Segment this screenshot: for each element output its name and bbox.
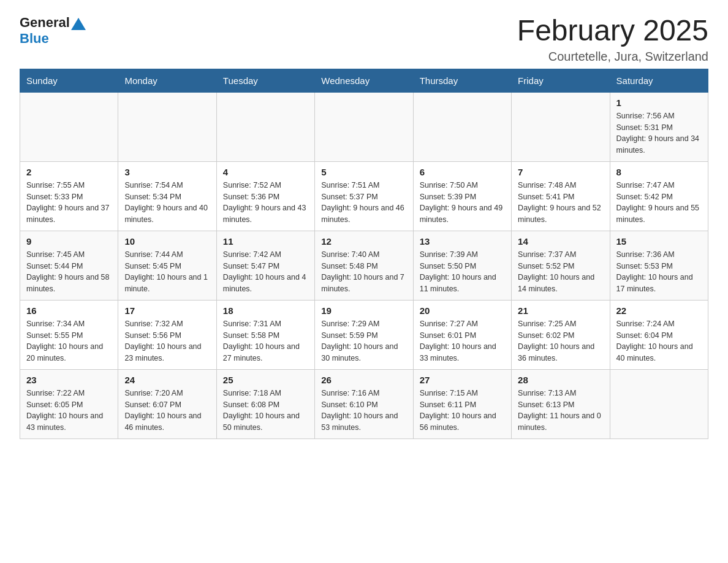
calendar-cell: 24Sunrise: 7:20 AMSunset: 6:07 PMDayligh… <box>118 369 216 439</box>
calendar-cell: 3Sunrise: 7:54 AMSunset: 5:34 PMDaylight… <box>118 161 216 231</box>
calendar-cell: 10Sunrise: 7:44 AMSunset: 5:45 PMDayligh… <box>118 231 216 300</box>
day-number: 19 <box>321 305 406 316</box>
day-number: 17 <box>124 305 210 316</box>
weekday-header-monday: Monday <box>118 69 216 92</box>
day-number: 23 <box>26 375 112 385</box>
day-info: Sunrise: 7:25 AMSunset: 6:02 PMDaylight:… <box>518 318 603 364</box>
calendar-cell <box>610 369 708 439</box>
calendar-cell: 11Sunrise: 7:42 AMSunset: 5:47 PMDayligh… <box>216 231 314 300</box>
day-info: Sunrise: 7:54 AMSunset: 5:34 PMDaylight:… <box>124 180 210 226</box>
day-number: 1 <box>616 98 702 108</box>
calendar-table: SundayMondayTuesdayWednesdayThursdayFrid… <box>20 69 708 439</box>
calendar-cell: 14Sunrise: 7:37 AMSunset: 5:52 PMDayligh… <box>512 231 610 300</box>
calendar-cell: 19Sunrise: 7:29 AMSunset: 5:59 PMDayligh… <box>315 300 413 369</box>
calendar-cell: 2Sunrise: 7:55 AMSunset: 5:33 PMDaylight… <box>20 161 118 231</box>
day-number: 25 <box>223 375 308 385</box>
day-info: Sunrise: 7:44 AMSunset: 5:45 PMDaylight:… <box>124 249 210 295</box>
day-number: 5 <box>321 167 406 177</box>
day-info: Sunrise: 7:29 AMSunset: 5:59 PMDaylight:… <box>321 318 406 364</box>
weekday-header-tuesday: Tuesday <box>216 69 314 92</box>
day-number: 11 <box>223 236 308 247</box>
calendar-cell: 12Sunrise: 7:40 AMSunset: 5:48 PMDayligh… <box>315 231 413 300</box>
day-number: 10 <box>124 236 210 247</box>
day-info: Sunrise: 7:56 AMSunset: 5:31 PMDaylight:… <box>616 110 702 156</box>
calendar-cell: 22Sunrise: 7:24 AMSunset: 6:04 PMDayligh… <box>610 300 708 369</box>
day-number: 27 <box>420 375 505 385</box>
calendar-cell: 5Sunrise: 7:51 AMSunset: 5:37 PMDaylight… <box>315 161 413 231</box>
day-number: 9 <box>26 236 112 247</box>
day-number: 18 <box>223 305 308 316</box>
calendar-cell <box>20 92 118 161</box>
calendar-cell: 9Sunrise: 7:45 AMSunset: 5:44 PMDaylight… <box>20 231 118 300</box>
weekday-header-sunday: Sunday <box>20 69 118 92</box>
day-number: 6 <box>420 167 505 177</box>
calendar-cell: 8Sunrise: 7:47 AMSunset: 5:42 PMDaylight… <box>610 161 708 231</box>
day-info: Sunrise: 7:20 AMSunset: 6:07 PMDaylight:… <box>124 388 210 434</box>
calendar-week-row: 1Sunrise: 7:56 AMSunset: 5:31 PMDaylight… <box>20 92 708 161</box>
calendar-cell: 26Sunrise: 7:16 AMSunset: 6:10 PMDayligh… <box>315 369 413 439</box>
day-number: 20 <box>420 305 505 316</box>
day-info: Sunrise: 7:50 AMSunset: 5:39 PMDaylight:… <box>420 180 505 226</box>
day-number: 21 <box>518 305 603 316</box>
day-number: 24 <box>124 375 210 385</box>
logo: General Blue <box>20 15 86 47</box>
day-info: Sunrise: 7:36 AMSunset: 5:53 PMDaylight:… <box>616 249 702 295</box>
day-info: Sunrise: 7:37 AMSunset: 5:52 PMDaylight:… <box>518 249 603 295</box>
day-info: Sunrise: 7:55 AMSunset: 5:33 PMDaylight:… <box>26 180 112 226</box>
month-title: February 2025 <box>517 15 708 47</box>
title-block: February 2025 Courtetelle, Jura, Switzer… <box>517 15 708 64</box>
day-info: Sunrise: 7:51 AMSunset: 5:37 PMDaylight:… <box>321 180 406 226</box>
day-info: Sunrise: 7:42 AMSunset: 5:47 PMDaylight:… <box>223 249 308 295</box>
day-info: Sunrise: 7:47 AMSunset: 5:42 PMDaylight:… <box>616 180 702 226</box>
day-info: Sunrise: 7:31 AMSunset: 5:58 PMDaylight:… <box>223 318 308 364</box>
day-info: Sunrise: 7:18 AMSunset: 6:08 PMDaylight:… <box>223 388 308 434</box>
day-number: 12 <box>321 236 406 247</box>
calendar-week-row: 23Sunrise: 7:22 AMSunset: 6:05 PMDayligh… <box>20 369 708 439</box>
day-info: Sunrise: 7:32 AMSunset: 5:56 PMDaylight:… <box>124 318 210 364</box>
weekday-header-saturday: Saturday <box>610 69 708 92</box>
day-info: Sunrise: 7:22 AMSunset: 6:05 PMDaylight:… <box>26 388 112 434</box>
calendar-cell: 6Sunrise: 7:50 AMSunset: 5:39 PMDaylight… <box>413 161 511 231</box>
day-number: 4 <box>223 167 308 177</box>
calendar-cell: 25Sunrise: 7:18 AMSunset: 6:08 PMDayligh… <box>216 369 314 439</box>
calendar-cell <box>413 92 511 161</box>
day-number: 13 <box>420 236 505 247</box>
day-info: Sunrise: 7:24 AMSunset: 6:04 PMDaylight:… <box>616 318 702 364</box>
calendar-cell: 7Sunrise: 7:48 AMSunset: 5:41 PMDaylight… <box>512 161 610 231</box>
calendar-cell: 1Sunrise: 7:56 AMSunset: 5:31 PMDaylight… <box>610 92 708 161</box>
calendar-cell: 28Sunrise: 7:13 AMSunset: 6:13 PMDayligh… <box>512 369 610 439</box>
weekday-header-friday: Friday <box>512 69 610 92</box>
day-number: 7 <box>518 167 603 177</box>
calendar-week-row: 9Sunrise: 7:45 AMSunset: 5:44 PMDaylight… <box>20 231 708 300</box>
day-number: 26 <box>321 375 406 385</box>
calendar-cell: 23Sunrise: 7:22 AMSunset: 6:05 PMDayligh… <box>20 369 118 439</box>
day-info: Sunrise: 7:40 AMSunset: 5:48 PMDaylight:… <box>321 249 406 295</box>
day-number: 2 <box>26 167 112 177</box>
calendar-cell: 13Sunrise: 7:39 AMSunset: 5:50 PMDayligh… <box>413 231 511 300</box>
day-info: Sunrise: 7:15 AMSunset: 6:11 PMDaylight:… <box>420 388 505 434</box>
day-info: Sunrise: 7:48 AMSunset: 5:41 PMDaylight:… <box>518 180 603 226</box>
calendar-header-row: SundayMondayTuesdayWednesdayThursdayFrid… <box>20 69 708 92</box>
calendar-cell: 16Sunrise: 7:34 AMSunset: 5:55 PMDayligh… <box>20 300 118 369</box>
day-number: 28 <box>518 375 603 385</box>
day-number: 3 <box>124 167 210 177</box>
day-number: 16 <box>26 305 112 316</box>
calendar-cell <box>118 92 216 161</box>
day-info: Sunrise: 7:39 AMSunset: 5:50 PMDaylight:… <box>420 249 505 295</box>
calendar-cell: 27Sunrise: 7:15 AMSunset: 6:11 PMDayligh… <box>413 369 511 439</box>
calendar-cell: 15Sunrise: 7:36 AMSunset: 5:53 PMDayligh… <box>610 231 708 300</box>
day-number: 15 <box>616 236 702 247</box>
logo-general-text: General <box>20 15 70 31</box>
calendar-cell <box>216 92 314 161</box>
weekday-header-wednesday: Wednesday <box>315 69 413 92</box>
calendar-cell <box>512 92 610 161</box>
weekday-header-thursday: Thursday <box>413 69 511 92</box>
day-info: Sunrise: 7:45 AMSunset: 5:44 PMDaylight:… <box>26 249 112 295</box>
day-info: Sunrise: 7:34 AMSunset: 5:55 PMDaylight:… <box>26 318 112 364</box>
day-info: Sunrise: 7:13 AMSunset: 6:13 PMDaylight:… <box>518 388 603 434</box>
day-info: Sunrise: 7:27 AMSunset: 6:01 PMDaylight:… <box>420 318 505 364</box>
day-number: 8 <box>616 167 702 177</box>
calendar-cell: 4Sunrise: 7:52 AMSunset: 5:36 PMDaylight… <box>216 161 314 231</box>
logo-blue-text: Blue <box>20 31 49 46</box>
day-info: Sunrise: 7:52 AMSunset: 5:36 PMDaylight:… <box>223 180 308 226</box>
